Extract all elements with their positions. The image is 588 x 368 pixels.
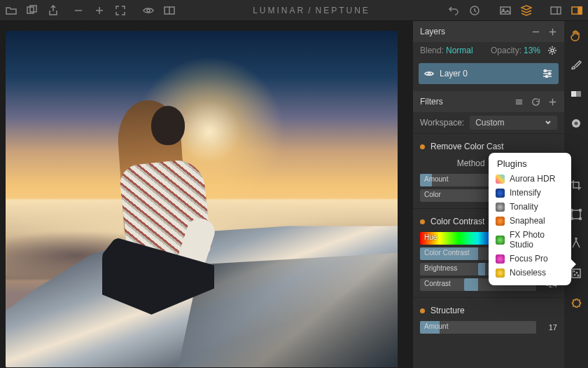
plugin-label: Aurora HDR (510, 174, 555, 184)
transform-tool-icon[interactable] (569, 207, 583, 222)
canvas[interactable] (0, 21, 413, 368)
history-icon[interactable] (469, 5, 480, 16)
clone-tool-icon[interactable] (569, 237, 583, 251)
filter-active-dot[interactable] (420, 144, 425, 149)
plugins-header: Plugins (489, 157, 571, 172)
filter-active-dot[interactable] (420, 219, 425, 224)
crop-tool-icon[interactable] (569, 178, 583, 192)
presets-icon[interactable] (514, 97, 524, 107)
svg-point-29 (578, 275, 579, 276)
plugins-button[interactable] (569, 298, 583, 312)
plugin-icon (496, 236, 505, 245)
filters-header: Filters (413, 91, 564, 112)
eye-icon[interactable] (143, 5, 154, 16)
filter-active-dot[interactable] (420, 308, 425, 313)
svg-point-28 (574, 274, 575, 275)
add-layer-icon[interactable] (547, 27, 557, 36)
svg-point-18 (575, 122, 578, 125)
add-filter-icon[interactable] (547, 97, 557, 107)
method-label: Method (457, 158, 485, 168)
svg-point-27 (576, 272, 578, 273)
plugin-item[interactable]: Intensify (489, 186, 571, 200)
plugin-label: Focus Pro (510, 254, 548, 264)
radial-tool-icon[interactable] (569, 116, 583, 130)
svg-point-22 (571, 218, 573, 220)
share-icon[interactable] (48, 5, 59, 16)
plugin-icon (496, 217, 505, 226)
blend-label: Blend: (420, 46, 444, 55)
top-toolbar: LUMINAR/NEPTUNE (0, 0, 588, 21)
plugin-label: Intensify (510, 188, 541, 198)
plugin-item[interactable]: Noiseless (489, 266, 571, 280)
filter-title: Remove Color Cast (430, 142, 557, 151)
plugin-icon (496, 254, 505, 264)
plugin-icon (496, 203, 505, 212)
visibility-icon[interactable] (424, 69, 434, 79)
plugin-item[interactable]: Snapheal (489, 214, 571, 228)
plugin-icon (496, 189, 505, 198)
svg-point-20 (571, 210, 573, 212)
plugin-item[interactable]: Focus Pro (489, 252, 571, 266)
plugin-label: Tonality (510, 202, 538, 212)
filter-structure: Structure Amount 17 (413, 297, 564, 340)
windows-icon[interactable] (27, 5, 38, 16)
svg-point-14 (546, 76, 548, 78)
folder-icon[interactable] (6, 5, 17, 16)
plus-icon[interactable] (94, 5, 105, 16)
filters-title: Filters (420, 97, 443, 107)
workspace-row: Workspace: Custom (413, 112, 564, 133)
svg-rect-19 (572, 210, 580, 219)
brush-tool-icon[interactable] (569, 57, 583, 71)
sidebar-toggle-icon[interactable] (571, 5, 582, 16)
svg-point-10 (551, 49, 554, 52)
svg-point-26 (573, 271, 575, 272)
plugin-label: FX Photo Studio (510, 230, 564, 250)
layers-title: Layers (420, 27, 445, 36)
minus-icon[interactable] (73, 5, 84, 16)
svg-point-23 (580, 218, 582, 220)
undo-icon[interactable] (448, 5, 459, 16)
opacity-label: Opacity: (491, 46, 522, 55)
workspace-select[interactable]: Custom (470, 116, 557, 130)
svg-point-11 (428, 72, 430, 74)
blend-row: Blend: Normal Opacity: 13% (413, 42, 564, 59)
opacity-value[interactable]: 13% (524, 46, 540, 55)
filter-title: Structure (430, 306, 557, 315)
svg-rect-7 (551, 7, 561, 14)
svg-point-24 (575, 238, 577, 240)
svg-rect-16 (571, 91, 576, 97)
layers-header: Layers (413, 21, 564, 42)
gradient-tool-icon[interactable] (569, 87, 583, 101)
plugin-item[interactable]: Tonality (489, 200, 571, 214)
plugin-label: Noiseless (510, 268, 546, 278)
collapse-icon[interactable] (531, 27, 540, 36)
svg-point-2 (147, 9, 150, 12)
plugin-icon (496, 175, 505, 184)
svg-point-12 (545, 70, 547, 72)
compare-split-icon[interactable] (164, 5, 175, 16)
plugin-item[interactable]: Aurora HDR (489, 172, 571, 186)
svg-rect-9 (578, 7, 582, 14)
layer-row[interactable]: Layer 0 (419, 63, 559, 84)
blend-value[interactable]: Normal (446, 46, 473, 55)
svg-point-13 (549, 73, 551, 75)
structure-amount-slider[interactable]: Amount 17 (420, 320, 557, 334)
chevron-down-icon (545, 119, 552, 126)
app-title: LUMINAR/NEPTUNE (253, 6, 370, 15)
plugin-item[interactable]: FX Photo Studio (489, 228, 571, 252)
gear-icon[interactable] (547, 46, 557, 55)
plugin-icon (496, 268, 505, 278)
plugin-label: Snapheal (510, 216, 545, 226)
adjust-icon[interactable] (542, 68, 553, 79)
fit-icon[interactable] (115, 5, 126, 16)
plugins-popover: Plugins Aurora HDRIntensifyTonalitySnaph… (489, 153, 571, 285)
layers-mode-icon[interactable] (521, 5, 532, 16)
refresh-icon[interactable] (531, 97, 540, 107)
panel-toggle-icon[interactable] (550, 5, 561, 16)
workspace-label: Workspace: (420, 118, 464, 128)
hand-tool-icon[interactable] (569, 28, 583, 42)
photo-preview (6, 31, 398, 367)
svg-point-21 (580, 210, 582, 212)
image-mode-icon[interactable] (500, 5, 511, 16)
layer-name: Layer 0 (440, 69, 542, 79)
